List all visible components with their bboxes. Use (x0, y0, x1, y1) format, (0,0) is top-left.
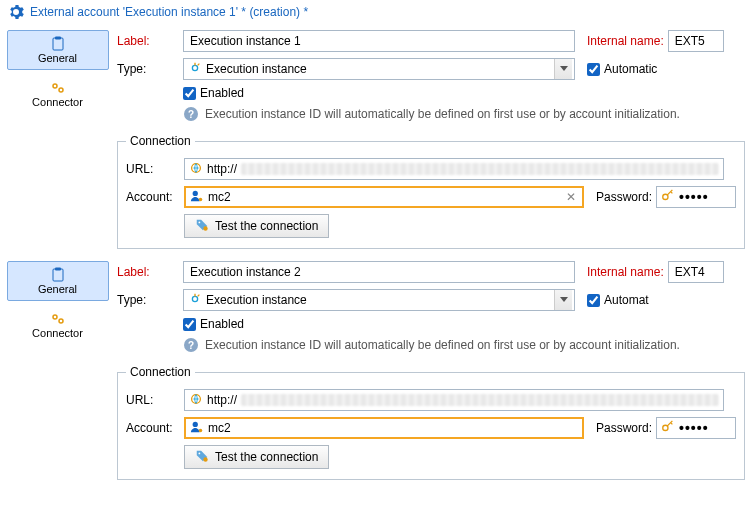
user-icon (190, 420, 204, 437)
instance-block-1: General Connector Label: Internal name: … (0, 255, 747, 486)
type-label: Type: (117, 293, 177, 307)
enabled-checkbox[interactable] (183, 87, 196, 100)
automatic-checkbox[interactable] (587, 294, 600, 307)
svg-rect-14 (55, 268, 61, 271)
svg-point-8 (193, 190, 198, 195)
svg-point-12 (203, 226, 207, 230)
svg-point-25 (203, 457, 207, 461)
internal-name-input[interactable] (668, 30, 724, 52)
connector-gears-icon (50, 311, 66, 327)
sidebar-item-connector[interactable]: Connector (7, 305, 109, 345)
label-input[interactable] (183, 30, 575, 52)
svg-point-2 (53, 84, 57, 88)
label-label: Label: (117, 34, 177, 48)
svg-point-9 (199, 197, 203, 201)
url-redacted (241, 394, 719, 406)
sidebar-item-connector[interactable]: Connector (7, 74, 109, 114)
type-value: Execution instance (206, 62, 550, 76)
tag-icon (195, 449, 209, 466)
sidebar: General Connector (0, 24, 115, 255)
password-mask: ••••• (679, 420, 709, 436)
svg-point-4 (192, 65, 197, 70)
chevron-down-icon[interactable] (554, 59, 572, 79)
info-text: Execution instance ID will automatically… (205, 106, 680, 122)
sidebar-item-general[interactable]: General (7, 30, 109, 70)
sidebar-item-label: General (38, 52, 77, 64)
sidebar: General Connector (0, 255, 115, 486)
type-label: Type: (117, 62, 177, 76)
gear-icon (8, 4, 24, 20)
account-label: Account: (126, 421, 180, 435)
automatic-label: Automat (604, 293, 649, 307)
enabled-checkbox[interactable] (183, 318, 196, 331)
svg-point-16 (59, 319, 63, 323)
link-icon (189, 392, 203, 409)
type-select[interactable]: Execution instance (183, 58, 575, 80)
test-connection-button[interactable]: Test the connection (184, 445, 329, 469)
automatic-checkbox[interactable] (587, 63, 600, 76)
svg-point-11 (199, 221, 201, 223)
sidebar-item-label: Connector (32, 327, 83, 339)
type-value: Execution instance (206, 293, 550, 307)
info-text: Execution instance ID will automatically… (205, 337, 680, 353)
account-input-wrap[interactable]: ✕ (184, 186, 584, 208)
password-label: Password: (596, 421, 652, 435)
plug-icon (188, 292, 202, 309)
internal-name-label: Internal name: (587, 34, 664, 48)
svg-text:?: ? (188, 340, 194, 351)
automatic-label: Automatic (604, 62, 657, 76)
internal-name-label: Internal name: (587, 265, 664, 279)
window-title: External account 'Execution instance 1' … (30, 5, 308, 19)
svg-rect-0 (53, 38, 63, 50)
sidebar-item-label: General (38, 283, 77, 295)
svg-point-15 (53, 315, 57, 319)
test-connection-button[interactable]: Test the connection (184, 214, 329, 238)
password-label: Password: (596, 190, 652, 204)
type-select[interactable]: Execution instance (183, 289, 575, 311)
clipboard-icon (50, 267, 66, 283)
password-mask: ••••• (679, 189, 709, 205)
account-label: Account: (126, 190, 180, 204)
info-icon: ? (183, 337, 199, 353)
key-icon (661, 189, 675, 206)
info-icon: ? (183, 106, 199, 122)
sidebar-item-general[interactable]: General (7, 261, 109, 301)
chevron-down-icon[interactable] (554, 290, 572, 310)
link-icon (189, 161, 203, 178)
svg-rect-1 (55, 37, 61, 40)
form-area: Label: Internal name: Type: Execution in… (115, 24, 747, 255)
password-input-wrap[interactable]: ••••• (656, 417, 736, 439)
url-input-wrap[interactable]: http:// (184, 158, 724, 180)
url-prefix: http:// (207, 162, 237, 176)
svg-text:?: ? (188, 109, 194, 120)
connection-fieldset: Connection URL: http:// Account: (117, 365, 745, 480)
url-input-wrap[interactable]: http:// (184, 389, 724, 411)
key-icon (661, 420, 675, 437)
account-input-wrap[interactable] (184, 417, 584, 439)
svg-point-17 (192, 296, 197, 301)
tag-icon (195, 218, 209, 235)
sidebar-item-label: Connector (32, 96, 83, 108)
account-input[interactable] (208, 419, 578, 437)
test-connection-label: Test the connection (215, 450, 318, 464)
clear-icon[interactable]: ✕ (564, 190, 578, 204)
clipboard-icon (50, 36, 66, 52)
url-prefix: http:// (207, 393, 237, 407)
internal-name-input[interactable] (668, 261, 724, 283)
svg-point-3 (59, 88, 63, 92)
label-label: Label: (117, 265, 177, 279)
url-label: URL: (126, 162, 180, 176)
account-input[interactable] (208, 188, 560, 206)
svg-point-22 (199, 429, 203, 433)
plug-icon (188, 61, 202, 78)
instance-block-0: General Connector Label: Internal name: … (0, 24, 747, 255)
connector-gears-icon (50, 80, 66, 96)
svg-rect-13 (53, 269, 63, 281)
connection-fieldset: Connection URL: http:// Account: (117, 134, 745, 249)
svg-point-24 (199, 452, 201, 454)
connection-legend: Connection (126, 365, 195, 379)
url-label: URL: (126, 393, 180, 407)
label-input[interactable] (183, 261, 575, 283)
user-icon (190, 189, 204, 206)
password-input-wrap[interactable]: ••••• (656, 186, 736, 208)
